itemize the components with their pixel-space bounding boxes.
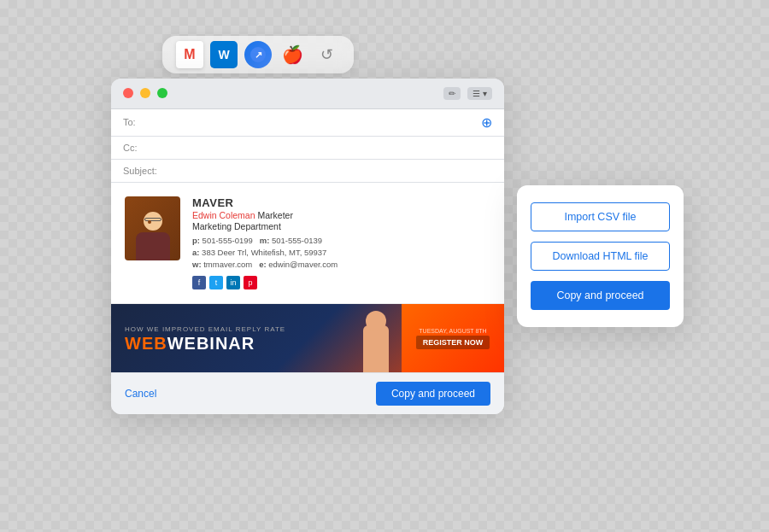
- signature-info: MAVER Edwin Coleman Marketer Marketing D…: [192, 196, 490, 290]
- sig-address: 383 Deer Trl, Whitefish, MT, 59937: [202, 248, 326, 257]
- to-label: To:: [123, 117, 166, 127]
- traffic-light-yellow[interactable]: [140, 88, 150, 98]
- cc-label: Cc:: [123, 143, 166, 153]
- banner-cta: Tuesday, August 8th Register Now: [402, 304, 504, 372]
- sig-address-line: a: 383 Deer Trl, Whitefish, MT, 59937: [192, 247, 490, 259]
- sig-web-line: w: tmmaver.com e: edwin@maver.com: [192, 259, 490, 271]
- copy-proceed-button[interactable]: Copy and proceed: [531, 281, 670, 310]
- sig-mobile: 501-555-0139: [272, 236, 322, 245]
- banner-date: Tuesday, August 8th: [419, 328, 486, 334]
- email-composer-window: ✏ ☰ ▾ To: ⊕ Cc: Subject:: [111, 79, 504, 415]
- banner-subtitle: How we improved email reply rate: [125, 325, 341, 333]
- sig-mobile-label: m:: [260, 236, 270, 245]
- sig-phone-line: p: 501-555-0199 m: 501-555-0139: [192, 235, 490, 247]
- to-input[interactable]: [166, 116, 481, 128]
- sig-phone-label: p:: [192, 236, 200, 245]
- glasses-icon: [144, 218, 161, 221]
- banner-main-text: WEBWEBINAR: [125, 335, 341, 352]
- signature-photo: [125, 196, 180, 260]
- email-body: MAVER Edwin Coleman Marketer Marketing D…: [111, 183, 504, 373]
- banner-person: [355, 304, 402, 372]
- add-recipient-icon[interactable]: ⊕: [481, 114, 492, 131]
- titlebar-list-btn[interactable]: ☰ ▾: [467, 87, 492, 100]
- person-head: [144, 212, 162, 231]
- sig-company-name: MAVER: [192, 196, 490, 209]
- subject-input[interactable]: [166, 165, 492, 177]
- sig-phone: 501-555-0199: [203, 236, 253, 245]
- sig-person-name: Edwin Coleman: [192, 210, 255, 220]
- subject-field-row: Subject:: [111, 160, 504, 183]
- dock-icon-outlook[interactable]: W: [210, 41, 238, 68]
- sig-web-label: w:: [192, 260, 202, 269]
- copy-proceed-button-bottom[interactable]: Copy and proceed: [376, 382, 490, 406]
- social-pinterest-icon[interactable]: p: [244, 276, 257, 289]
- cc-input[interactable]: [166, 142, 492, 154]
- sig-email-label: e:: [259, 260, 266, 269]
- sig-contact-info: p: 501-555-0199 m: 501-555-0139 a: 383 D…: [192, 235, 490, 272]
- migrate-icon: ↗: [249, 46, 267, 63]
- sig-address-label: a:: [192, 248, 199, 257]
- sig-role: Marketer: [257, 210, 292, 220]
- cancel-link[interactable]: Cancel: [125, 388, 156, 400]
- to-field-row: To: ⊕: [111, 109, 504, 137]
- banner-highlight: WEB: [125, 334, 167, 353]
- dock-icon-undo[interactable]: ↺: [313, 41, 340, 68]
- import-csv-button[interactable]: Import CSV file: [531, 202, 670, 231]
- traffic-light-green[interactable]: [157, 88, 167, 98]
- sig-title-line: Edwin Coleman Marketer: [192, 210, 490, 220]
- dock-icon-gmail[interactable]: M: [176, 41, 203, 68]
- banner-text-area: How we improved email reply rate WEBWEBI…: [111, 317, 355, 360]
- download-html-button[interactable]: Download HTML file: [531, 242, 670, 271]
- social-twitter-icon[interactable]: t: [209, 276, 223, 289]
- titlebar-edit-btn[interactable]: ✏: [443, 87, 461, 100]
- cc-field-row: Cc:: [111, 137, 504, 160]
- banner-person-body: [363, 325, 389, 372]
- signature-card: MAVER Edwin Coleman Marketer Marketing D…: [111, 183, 504, 305]
- window-footer: Cancel Copy and proceed: [111, 372, 504, 414]
- traffic-light-red[interactable]: [123, 88, 133, 98]
- email-banner: How we improved email reply rate WEBWEBI…: [111, 304, 504, 372]
- sig-email: edwin@maver.com: [268, 260, 338, 269]
- person-body: [136, 232, 170, 260]
- sig-web: tmmaver.com: [203, 260, 252, 269]
- sig-department: Marketing Department: [192, 221, 490, 231]
- window-titlebar: ✏ ☰ ▾: [111, 79, 504, 109]
- dock-icon-apple[interactable]: 🍎: [279, 41, 306, 68]
- social-facebook-icon[interactable]: f: [192, 276, 206, 289]
- banner-main-text-full: WEBINAR: [167, 334, 255, 353]
- action-panel: Import CSV file Download HTML file Copy …: [517, 185, 684, 327]
- subject-label: Subject:: [123, 166, 166, 176]
- dock-icon-migrate[interactable]: ↗: [244, 41, 272, 68]
- banner-register-btn[interactable]: Register Now: [416, 336, 490, 349]
- social-linkedin-icon[interactable]: in: [226, 276, 240, 289]
- dock-bar: M W ↗ 🍎 ↺: [162, 36, 354, 73]
- person-silhouette: [132, 205, 174, 260]
- svg-text:↗: ↗: [255, 50, 262, 60]
- beard: [148, 220, 151, 224]
- sig-social-icons: f t in p: [192, 276, 490, 289]
